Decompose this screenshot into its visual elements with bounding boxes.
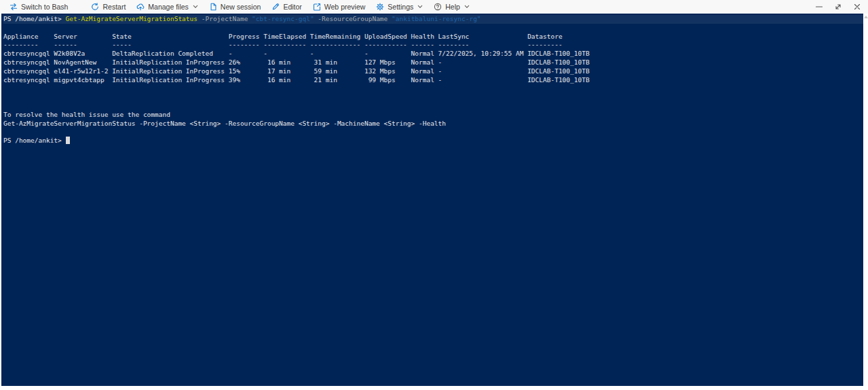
toolbar-button-manage-files[interactable]: Manage files <box>131 0 204 14</box>
table-row-line: cbtresyncgql el41-r5w12r1-2 InitialRepli… <box>3 67 863 76</box>
terminal-line <box>3 24 863 33</box>
pencil-icon <box>271 3 280 11</box>
close-button[interactable] <box>853 3 861 11</box>
help-icon <box>434 3 442 11</box>
toolbar-button-new-session[interactable]: New session <box>204 0 267 14</box>
new-file-icon <box>209 3 217 11</box>
terminal-scrollbar[interactable] <box>863 14 868 390</box>
web-preview-icon <box>313 3 321 11</box>
restore-button[interactable] <box>834 3 842 11</box>
chevron-down-icon <box>417 5 423 9</box>
minimize-icon <box>815 3 823 11</box>
minimize-button[interactable] <box>815 3 823 11</box>
toolbar-button-editor[interactable]: Editor <box>266 0 307 14</box>
chevron-down-icon <box>464 5 470 9</box>
terminal-line: PS /home/ankit> <box>3 137 863 145</box>
toolbar-button-label: Switch to Bash <box>21 3 68 11</box>
terminal-line: To resolve the health issue use the comm… <box>3 111 863 120</box>
toolbar-button-label: Editor <box>283 3 301 11</box>
cloud-shell-toolbar: Switch to BashRestartManage filesNew ses… <box>0 0 868 14</box>
terminal-line: Get-AzMigrateServerMigrationStatus -Proj… <box>3 120 863 128</box>
toolbar-button-label: Web preview <box>324 3 366 11</box>
table-row-line: cbtresyncgql migpvt4cbtapp InitialReplic… <box>3 76 863 85</box>
toolbar-button-settings[interactable]: Settings <box>371 0 428 14</box>
terminal-cursor <box>66 137 70 144</box>
toolbar-button-label: Restart <box>102 3 126 11</box>
table-dashes-line: --------- ------ ----- -------- --------… <box>3 41 863 50</box>
terminal-line <box>3 84 863 93</box>
resize-diagonal-icon <box>834 3 842 11</box>
close-icon <box>853 3 861 11</box>
toolbar-button-restart[interactable]: Restart <box>86 0 131 14</box>
toolbar-button-label: Settings <box>388 3 413 11</box>
toolbar-button-web-preview[interactable]: Web preview <box>307 0 371 14</box>
toolbar-window-controls <box>815 3 868 11</box>
chevron-down-icon <box>193 5 198 9</box>
toolbar-button-label: Manage files <box>148 3 189 11</box>
toolbar-left-group: Switch to BashRestartManage filesNew ses… <box>0 0 475 14</box>
scrollbar-up-arrow-icon[interactable] <box>864 16 868 18</box>
table-row-line: cbtresyncgql W2k08V2a DeltaReplication C… <box>3 50 863 58</box>
table-row-line: cbtresyncgql NovAgentNew InitialReplicat… <box>3 58 863 67</box>
terminal-line <box>3 93 863 102</box>
cloud-upload-icon <box>136 3 145 11</box>
terminal-line <box>3 102 863 111</box>
terminal[interactable]: PS /home/ankit> Get-AzMigrateServerMigra… <box>1 14 863 386</box>
gear-icon <box>376 3 384 11</box>
toolbar-button-label: New session <box>221 3 261 11</box>
toolbar-button-label: Help <box>445 3 460 11</box>
table-header-line: Appliance Server State Progress TimeElap… <box>3 33 863 41</box>
terminal-line <box>3 128 863 137</box>
toolbar-button-help[interactable]: Help <box>428 0 475 14</box>
restart-icon <box>91 3 99 11</box>
toolbar-button-switch-to-bash[interactable]: Switch to Bash <box>4 0 73 14</box>
terminal-line: PS /home/ankit> Get-AzMigrateServerMigra… <box>3 15 863 24</box>
switch-arrows-icon <box>10 3 18 11</box>
